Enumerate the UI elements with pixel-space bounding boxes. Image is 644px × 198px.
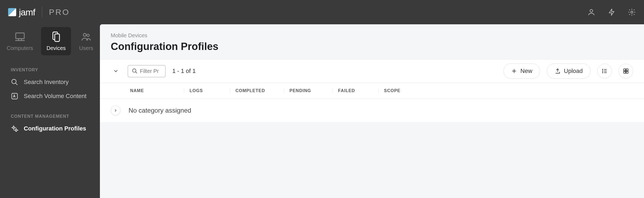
sidebar-heading-inventory: INVENTORY [0,65,100,75]
bolt-icon[interactable] [608,8,616,16]
result-count: 1 - 1 of 1 [172,68,196,75]
upload-button[interactable]: Upload [547,63,591,79]
users-icon [80,31,92,42]
upload-button-label: Upload [564,68,583,75]
nav-tab-label: Devices [46,45,66,51]
svg-rect-2 [16,33,24,39]
sidebar: Computers Devices Users INVENTORY Search… [0,24,100,198]
search-icon [132,68,138,74]
logo-mark-icon [8,8,16,16]
collapse-all-button[interactable] [111,66,121,76]
gear-icon[interactable] [628,8,636,16]
expand-category-button[interactable] [111,106,120,115]
svg-rect-15 [624,69,626,71]
plus-icon [511,68,517,74]
grid-icon [623,68,629,74]
toolbar: 1 - 1 of 1 New Upload [100,59,644,83]
col-logs[interactable]: LOGS [184,88,230,93]
logo-text: jamf [19,7,35,18]
topbar: jamf PRO [0,0,644,24]
col-failed[interactable]: FAILED [333,88,379,93]
logo-suffix: PRO [49,8,70,17]
col-pending[interactable]: PENDING [284,88,333,93]
logo[interactable]: jamf PRO [8,7,70,18]
svg-point-6 [87,34,89,36]
upload-icon [555,68,561,74]
sidebar-item-config-profiles[interactable]: Configuration Profiles [0,122,100,136]
sidebar-item-search-volume[interactable]: Search Volume Content [0,89,100,103]
svg-point-10 [15,129,17,131]
svg-rect-17 [624,71,626,73]
computer-icon [14,31,26,42]
svg-point-9 [13,127,15,129]
svg-point-13 [602,71,603,71]
nav-tab-users[interactable]: Users [74,27,99,55]
sidebar-item-search-inventory[interactable]: Search Inventory [0,75,100,89]
nav-tab-label: Users [79,45,93,51]
breadcrumb: Mobile Devices [111,32,633,39]
svg-rect-18 [626,71,628,73]
topbar-actions [587,8,636,16]
nav-tab-computers[interactable]: Computers [1,27,39,55]
grid-view-button[interactable] [619,64,633,78]
filter-input-wrap[interactable] [128,65,166,77]
svg-rect-16 [626,69,628,71]
category-row: No category assigned [100,99,644,122]
sidebar-heading-content: CONTENT MANAGEMENT [0,111,100,122]
nav-tabs: Computers Devices Users [0,24,100,61]
list-icon [601,68,608,74]
search-icon [11,78,18,86]
content-header: Mobile Devices Configuration Profiles [100,24,644,59]
svg-point-7 [12,79,16,84]
col-name[interactable]: NAME [125,88,184,93]
sidebar-item-label: Configuration Profiles [24,125,86,132]
user-icon[interactable] [587,8,595,16]
devices-icon [50,31,62,42]
svg-rect-4 [55,34,60,42]
new-button[interactable]: New [503,63,540,79]
config-gear-icon [11,125,18,132]
sidebar-item-label: Search Volume Content [24,93,86,100]
svg-point-5 [83,33,86,36]
col-scope[interactable]: SCOPE [379,88,633,93]
nav-tab-label: Computers [7,45,33,51]
filter-input[interactable] [140,68,161,74]
chevron-right-icon [113,108,118,113]
content: Mobile Devices Configuration Profiles 1 … [100,24,644,198]
svg-point-12 [602,69,603,70]
page-title: Configuration Profiles [111,41,633,52]
category-label: No category assigned [129,107,191,114]
svg-point-14 [602,72,603,73]
table-header: NAME LOGS COMPLETED PENDING FAILED SCOPE [100,83,644,99]
svg-point-1 [631,11,633,13]
sidebar-item-label: Search Inventory [24,79,69,86]
new-button-label: New [520,68,532,75]
col-completed[interactable]: COMPLETED [230,88,284,93]
app-icon [11,92,18,100]
logo-divider [42,7,42,18]
nav-tab-devices[interactable]: Devices [41,27,71,55]
svg-point-11 [133,69,136,72]
svg-point-0 [590,9,593,12]
list-view-button[interactable] [597,64,612,78]
